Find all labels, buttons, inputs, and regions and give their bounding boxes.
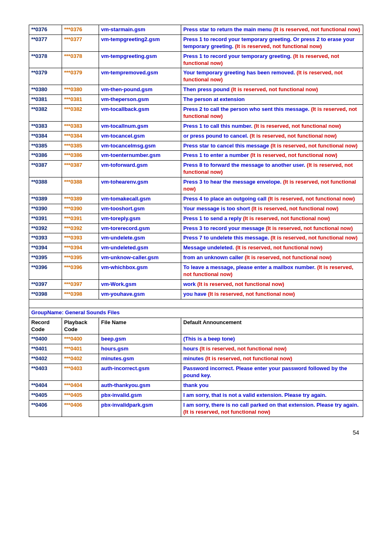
default-announcement: Press 2 to call the person who sent this… (181, 105, 363, 122)
file-name: vm-theperson.gsm (99, 95, 181, 105)
announcement-text: Password incorrect. Please enter your pa… (183, 365, 347, 378)
announcement-text: (It is reserved, not functional now) (200, 345, 287, 352)
default-announcement: Press 3 to record your message (It is re… (181, 223, 363, 233)
record-code: **0387 (29, 161, 62, 177)
file-name: vm-tocancel.gsm (99, 131, 181, 141)
announcement-text: Press 8 to forward the message to anothe… (183, 162, 307, 168)
announcement-text: The person at extension (183, 96, 245, 102)
table-row: **0379***0379vm-tempremoved.gsmYour temp… (29, 68, 363, 85)
announcement-text: Press 1 to record your temporary greetin… (183, 53, 293, 59)
announcement-text: Press star to return the main menu (183, 26, 273, 32)
file-name: vm-Work.gsm (99, 279, 181, 289)
announcement-text: Press star to cancel this message (183, 143, 270, 149)
default-announcement: Press 4 to place an outgoing call (It is… (181, 194, 363, 204)
default-announcement: Then press pound (It is reserved, not fu… (181, 85, 363, 95)
announcement-text: Press 1 to send a reply (183, 215, 243, 221)
announcement-text: (It is reserved, not functional now) (266, 225, 353, 231)
announcement-text: (It is reserved, not functional now) (270, 235, 357, 241)
default-announcement: Your message is too short (It is reserve… (181, 204, 363, 214)
record-code: **0393 (29, 233, 62, 243)
playback-code: ***0394 (62, 243, 99, 253)
record-code: **0401 (29, 344, 62, 354)
record-code: **0381 (29, 95, 62, 105)
table-row: **0403***0403auth-incorrect.gsmPassword … (29, 364, 363, 381)
file-name: vm-whichbox.gsm (99, 263, 181, 280)
table-row: **0387***0387vm-toforward.gsmPress 8 to … (29, 161, 363, 177)
playback-code: ***0395 (62, 253, 99, 263)
announcement-text: I am sorry, that is not a valid extensio… (183, 392, 327, 398)
file-name: vm-toforward.gsm (99, 161, 181, 177)
default-announcement: Password incorrect. Please enter your pa… (181, 364, 363, 381)
table-row: **0378***0378vm-tempgreeting.gsmPress 1 … (29, 51, 363, 68)
announcement-text: Your temporary greeting has been removed… (183, 69, 297, 76)
announcement-text: (It is reserved, not functional now) (250, 152, 337, 158)
table-row: **0383***0383vm-tocallnum.gsmPress 1 to … (29, 121, 363, 131)
playback-code: ***0400 (62, 334, 99, 344)
announcement-text: (It is reserved, not functional now) (254, 123, 341, 129)
record-code: **0405 (29, 390, 62, 400)
announcement-text: (It is reserved, not functional now) (270, 143, 357, 149)
default-announcement: you have (It is reserved, not functional… (181, 289, 363, 299)
file-name: auth-incorrect.gsm (99, 364, 181, 381)
file-name: vm-then-pound.gsm (99, 85, 181, 95)
playback-code: ***0403 (62, 364, 99, 381)
default-announcement: hours (It is reserved, not functional no… (181, 344, 363, 354)
playback-code: ***0387 (62, 161, 99, 177)
table-row: **0406***0406pbx-invalidpark.gsmI am sor… (29, 400, 363, 417)
announcement-text: (It is reserved, not functional now) (235, 43, 322, 49)
record-code: **0385 (29, 141, 62, 151)
table-row: **0393***0393vm-undelete.gsmPress 7 to u… (29, 233, 363, 243)
header-default-announcement: Default Announcement (181, 318, 363, 334)
page-number: 54 (29, 429, 359, 436)
sounds-table: **0376***0376vm-starmain.gsmPress star t… (29, 25, 363, 417)
default-announcement: Press 8 to forward the message to anothe… (181, 161, 363, 177)
record-code: **0406 (29, 400, 62, 417)
record-code: **0390 (29, 204, 62, 214)
playback-code: ***0386 (62, 151, 99, 161)
file-name: vm-tocallnum.gsm (99, 121, 181, 131)
record-code: **0395 (29, 253, 62, 263)
table-row: **0382***0382vm-tocallback.gsmPress 2 to… (29, 105, 363, 122)
announcement-text: from an unknown caller (183, 254, 245, 260)
playback-code: ***0383 (62, 121, 99, 131)
file-name: auth-thankyou.gsm (99, 380, 181, 390)
file-name: vm-starmain.gsm (99, 25, 181, 35)
announcement-text: (It is reserved, not functional now) (197, 281, 284, 287)
header-file-name: File Name (99, 318, 181, 334)
file-name: pbx-invalidpark.gsm (99, 400, 181, 417)
playback-code: ***0401 (62, 344, 99, 354)
announcement-text: (This is a beep tone) (183, 336, 235, 342)
announcement-text: Press 4 to place an outgoing call (183, 196, 268, 202)
file-name: beep.gsm (99, 334, 181, 344)
default-announcement: Press 1 to record your temporary greetin… (181, 51, 363, 68)
announcement-text: (It is reserved, not functional now) (268, 196, 355, 202)
default-announcement: Your temporary greeting has been removed… (181, 68, 363, 85)
default-announcement: work (It is reserved, not functional now… (181, 279, 363, 289)
playback-code: ***0389 (62, 194, 99, 204)
file-name: vm-toenternumber.gsm (99, 151, 181, 161)
table-row: **0388***0388vm-tohearenv.gsmPress 3 to … (29, 177, 363, 194)
announcement-text: Press 2 to call the person who sent this… (183, 106, 311, 112)
default-announcement: Press star to return the main menu (It i… (181, 25, 363, 35)
playback-code: ***0384 (62, 131, 99, 141)
announcement-text: thank you (183, 382, 208, 388)
announcement-text: Your message is too short (183, 205, 251, 212)
announcement-text: Message undeleted. (183, 244, 235, 251)
record-code: **0380 (29, 85, 62, 95)
default-announcement: Press 1 to send a reply (It is reserved,… (181, 214, 363, 223)
table-row: **0390***0390vm-tooshort.gsmYour message… (29, 204, 363, 214)
default-announcement: Press 1 to enter a number (It is reserve… (181, 151, 363, 161)
record-code: **0384 (29, 131, 62, 141)
record-code: **0391 (29, 214, 62, 223)
announcement-text: or press pound to cancel. (183, 133, 250, 139)
playback-code: ***0379 (62, 68, 99, 85)
record-code: **0394 (29, 243, 62, 253)
default-announcement: Message undeleted. (It is reserved, not … (181, 243, 363, 253)
table-row: **0384***0384vm-tocancel.gsmor press pou… (29, 131, 363, 141)
announcement-text: (It is reserved, not functional now) (243, 215, 330, 221)
file-name: vm-youhave.gsm (99, 289, 181, 299)
table-row: **0395***0395vm-unknow-caller.gsmfrom an… (29, 253, 363, 263)
announcement-text: To leave a message, please enter a mailb… (183, 264, 317, 270)
record-code: **0398 (29, 289, 62, 299)
table-row: **0376***0376vm-starmain.gsmPress star t… (29, 25, 363, 35)
